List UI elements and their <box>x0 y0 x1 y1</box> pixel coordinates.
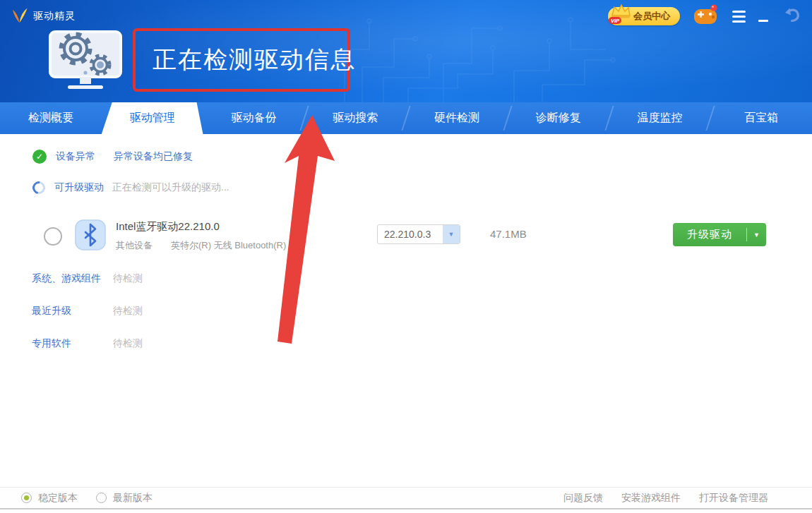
radio-selected-icon[interactable] <box>21 493 32 503</box>
titlebar-actions: VIP 会员中心 <box>608 4 801 28</box>
minimize-button[interactable] <box>758 9 769 23</box>
vip-center-label: 会员中心 <box>633 10 670 23</box>
dropdown-caret-icon[interactable]: ▼ <box>443 225 460 243</box>
tab-hardware-detection[interactable]: 硬件检测 <box>406 102 508 134</box>
tab-driver-backup[interactable]: 驱动备份 <box>203 102 305 134</box>
tab-bar: 检测概要 驱动管理 驱动备份 驱动搜索 硬件检测 诊断修复 温度监控 百宝箱 <box>0 102 812 134</box>
tab-toolbox[interactable]: 百宝箱 <box>710 102 812 134</box>
link-feedback[interactable]: 问题反馈 <box>563 492 603 505</box>
driver-genius-window: 驱动精灵 VIP 会员中心 <box>0 0 812 513</box>
game-center-icon[interactable] <box>693 4 720 28</box>
status-label: 设备异常 <box>56 150 114 163</box>
status-label: 可升级驱动 <box>54 181 112 194</box>
driver-device-name: 英特尔(R) 无线 Bluetooth(R) <box>171 239 286 252</box>
footer-bar: 稳定版本 最新版本 问题反馈 安装游戏组件 打开设备管理器 <box>0 487 812 509</box>
radio-label: 最新版本 <box>113 492 153 505</box>
version-selected-value: 22.210.0.3 <box>378 225 443 243</box>
app-logo-text: 驱动精灵 <box>33 10 76 23</box>
annotation-highlight-box: 正在检测驱动信息 <box>133 28 350 92</box>
driver-category: 其他设备 <box>116 239 153 252</box>
main-content: ✓ 设备异常 异常设备均已修复 可升级驱动 正在检测可以升级的驱动... Int… <box>0 134 812 487</box>
category-status: 待检测 <box>113 305 143 318</box>
app-logo: 驱动精灵 <box>11 8 76 25</box>
status-value-link[interactable]: 异常设备均已修复 <box>114 150 193 163</box>
success-check-icon: ✓ <box>32 150 47 164</box>
bluetooth-icon <box>75 219 106 251</box>
category-status: 待检测 <box>113 272 143 285</box>
link-install-game-components[interactable]: 安装游戏组件 <box>621 492 681 505</box>
vip-center-button[interactable]: VIP 会员中心 <box>608 7 680 25</box>
upgrade-options-caret-icon[interactable]: ▼ <box>747 231 766 239</box>
driver-download-size: 47.1MB <box>490 228 527 240</box>
page-title: 正在检测驱动信息 <box>153 44 356 76</box>
hero-status: 正在检测驱动信息 <box>47 24 350 96</box>
vip-crown-icon: VIP <box>608 2 632 26</box>
category-label: 系统、游戏组件 <box>32 272 101 285</box>
tab-temperature-monitor[interactable]: 温度监控 <box>609 102 711 134</box>
driver-subtitle: 其他设备 英特尔(R) 无线 Bluetooth(R) <box>116 239 286 252</box>
status-row-upgradable-drivers: 可升级驱动 正在检测可以升级的驱动... <box>32 179 229 196</box>
status-row-device-abnormal: ✓ 设备异常 异常设备均已修复 <box>32 148 193 165</box>
version-channel-radio-group: 稳定版本 最新版本 <box>21 492 153 505</box>
tab-diagnosis-repair[interactable]: 诊断修复 <box>508 102 609 134</box>
category-label: 专用软件 <box>32 337 71 350</box>
category-row-dedicated-software[interactable]: 专用软件 待检测 <box>0 337 812 351</box>
radio-latest-version[interactable]: 最新版本 <box>96 492 153 505</box>
main-menu-icon[interactable] <box>732 8 746 25</box>
footer-links: 问题反馈 安装游戏组件 打开设备管理器 <box>563 492 768 505</box>
loading-spinner-icon <box>30 179 47 196</box>
tab-driver-management[interactable]: 驱动管理 <box>102 102 203 134</box>
category-row-recent-upgrades[interactable]: 最近升级 待检测 <box>0 305 812 319</box>
status-value: 正在检测可以升级的驱动... <box>112 181 229 194</box>
tab-detection-summary[interactable]: 检测概要 <box>0 102 102 134</box>
version-dropdown[interactable]: 22.210.0.3 ▼ <box>377 224 460 244</box>
category-label: 最近升级 <box>32 305 71 318</box>
monitor-gears-icon <box>47 24 124 96</box>
category-status: 待检测 <box>113 337 143 350</box>
radio-label: 稳定版本 <box>38 492 78 505</box>
driver-select-radio[interactable] <box>44 227 62 246</box>
driver-name: Intel蓝牙驱动22.210.0 <box>116 220 220 234</box>
svg-text:VIP: VIP <box>611 18 620 24</box>
header: 驱动精灵 VIP 会员中心 <box>0 0 812 102</box>
undo-arrow-icon[interactable] <box>783 7 801 26</box>
driver-list-item: Intel蓝牙驱动22.210.0 其他设备 英特尔(R) 无线 Bluetoo… <box>0 214 812 259</box>
radio-unselected-icon[interactable] <box>96 493 107 503</box>
category-row-system-game-components[interactable]: 系统、游戏组件 待检测 <box>0 272 812 286</box>
upgrade-button-label: 升级驱动 <box>673 228 746 241</box>
upgrade-driver-button[interactable]: 升级驱动 ▼ <box>673 223 766 246</box>
link-open-device-manager[interactable]: 打开设备管理器 <box>699 492 768 505</box>
logo-bird-icon <box>11 8 28 25</box>
radio-stable-version[interactable]: 稳定版本 <box>21 492 78 505</box>
tab-driver-search[interactable]: 驱动搜索 <box>304 102 406 134</box>
